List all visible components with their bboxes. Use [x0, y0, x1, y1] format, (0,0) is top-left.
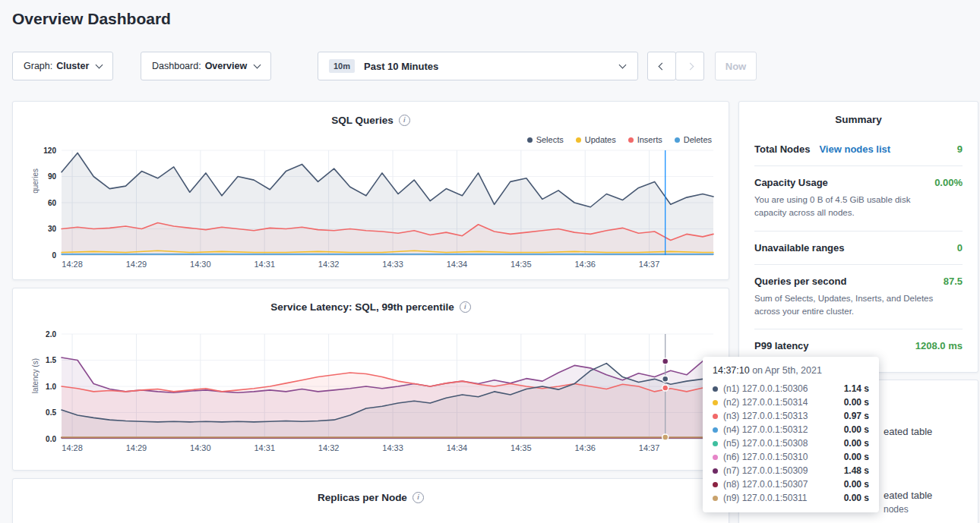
- node-latency-value: 0.00 s: [844, 493, 869, 503]
- legend-item-selects[interactable]: Selects: [527, 135, 564, 144]
- node-address: (n6) 127.0.0.1:50310: [723, 452, 808, 462]
- summary-row-total-nodes: Total Nodes View nodes list 9: [754, 133, 963, 166]
- replicas-panel-title: Replicas per Node i: [13, 479, 729, 503]
- svg-text:14:29: 14:29: [126, 443, 147, 452]
- svg-text:0.5: 0.5: [46, 408, 56, 417]
- sql-queries-panel-title: SQL Queries i: [13, 102, 729, 126]
- node-address: (n2) 127.0.0.1:50314: [723, 397, 808, 408]
- legend-label: Deletes: [684, 135, 712, 144]
- node-latency-value: 0.00 s: [844, 397, 869, 408]
- dashboard-dropdown-value: Overview: [205, 61, 248, 71]
- legend-item-updates[interactable]: Updates: [576, 135, 616, 144]
- p99-latency-label: P99 latency: [754, 340, 809, 351]
- tooltip-timestamp: 14:37:10 on Apr 5th, 2021: [713, 365, 869, 376]
- latency-title-text: Service Latency: SQL, 99th percentile: [270, 301, 454, 313]
- svg-text:14:31: 14:31: [254, 443, 275, 452]
- node-latency-value: 1.14 s: [844, 383, 869, 394]
- qps-label: Queries per second: [754, 276, 846, 287]
- node-latency-value: 0.00 s: [844, 424, 869, 435]
- node-address: (n1) 127.0.0.1:50306: [723, 383, 808, 394]
- svg-text:0.0: 0.0: [46, 435, 56, 443]
- node-color-dot: [713, 427, 718, 433]
- tooltip-node-row: (n6) 127.0.0.1:50310 0.00 s: [713, 450, 869, 464]
- now-button[interactable]: Now: [715, 52, 757, 80]
- node-color-dot: [713, 441, 718, 446]
- dashboard-dropdown[interactable]: Dashboard: Overview: [141, 52, 271, 80]
- tooltip-node-row: (n4) 127.0.0.1:50312 0.00 s: [713, 423, 869, 436]
- event-text-fragment: eated table: [884, 426, 932, 437]
- summary-title: Summary: [754, 114, 963, 125]
- tooltip-node-row: (n5) 127.0.0.1:50308 0.00 s: [713, 436, 869, 450]
- node-address: (n9) 127.0.0.1:50311: [723, 493, 808, 503]
- chevron-down-icon: [254, 61, 261, 68]
- sql-queries-legend: Selects Updates Inserts Deletes: [527, 135, 712, 144]
- svg-text:2.0: 2.0: [46, 330, 56, 339]
- sql-queries-title-text: SQL Queries: [331, 115, 394, 126]
- page-title: Overview Dashboard: [12, 10, 171, 28]
- time-range-selector[interactable]: 10m Past 10 Minutes: [318, 52, 638, 80]
- info-icon[interactable]: i: [413, 492, 424, 503]
- selects-color-dot: [527, 137, 533, 143]
- svg-text:14:35: 14:35: [511, 443, 532, 452]
- graph-dropdown[interactable]: Graph: Cluster: [12, 52, 113, 80]
- svg-text:14:30: 14:30: [190, 443, 211, 452]
- chevron-right-icon: [686, 62, 694, 70]
- svg-text:14:34: 14:34: [447, 443, 468, 452]
- svg-text:30: 30: [48, 225, 57, 233]
- node-color-dot: [713, 386, 718, 392]
- replicas-title-text: Replicas per Node: [318, 492, 407, 503]
- node-latency-value: 1.48 s: [844, 465, 869, 476]
- event-text-fragment: nodes: [884, 504, 909, 515]
- svg-text:14:29: 14:29: [126, 260, 147, 269]
- p99-latency-value: 1208.0 ms: [915, 340, 963, 351]
- time-prev-button[interactable]: [647, 52, 676, 80]
- node-color-dot: [713, 414, 718, 419]
- tooltip-node-row: (n8) 127.0.0.1:50307 0.00 s: [713, 477, 869, 491]
- latency-panel: Service Latency: SQL, 99th percentile i …: [12, 288, 729, 471]
- tooltip-date: on Apr 5th, 2021: [750, 365, 822, 376]
- total-nodes-value: 9: [957, 143, 963, 155]
- summary-row-qps: Queries per second 87.5 Sum of Selects, …: [754, 265, 963, 330]
- tooltip-node-row: (n1) 127.0.0.1:50306 1.14 s: [713, 382, 869, 395]
- node-latency-value: 0.00 s: [844, 479, 869, 490]
- svg-text:14:31: 14:31: [254, 260, 275, 269]
- svg-text:14:28: 14:28: [62, 443, 83, 452]
- latency-chart[interactable]: 0.00.51.01.52.014:2814:2914:3014:3114:32…: [24, 328, 718, 458]
- summary-row-capacity: Capacity Usage 0.00% You are using 0 B o…: [754, 166, 963, 232]
- legend-item-inserts[interactable]: Inserts: [628, 135, 662, 144]
- unavailable-ranges-value: 0: [957, 242, 963, 254]
- node-address: (n5) 127.0.0.1:50308: [723, 438, 808, 449]
- summary-row-unavailable-ranges: Unavailable ranges 0: [754, 232, 963, 265]
- inserts-color-dot: [628, 137, 634, 143]
- unavailable-ranges-label: Unavailable ranges: [754, 242, 845, 254]
- node-latency-value: 0.00 s: [844, 452, 869, 462]
- sql-queries-chart[interactable]: 030609012014:2814:2914:3014:3114:3214:33…: [24, 144, 718, 275]
- qps-value: 87.5: [944, 276, 963, 287]
- updates-color-dot: [576, 137, 581, 143]
- info-icon[interactable]: i: [399, 115, 410, 126]
- svg-text:14:34: 14:34: [447, 260, 468, 269]
- svg-text:14:33: 14:33: [382, 443, 403, 452]
- chevron-down-icon: [96, 61, 103, 68]
- svg-text:14:33: 14:33: [382, 260, 403, 269]
- summary-panel: Summary Total Nodes View nodes list 9 Ca…: [738, 101, 978, 373]
- capacity-usage-value: 0.00%: [934, 177, 963, 188]
- legend-item-deletes[interactable]: Deletes: [675, 135, 712, 144]
- node-color-dot: [713, 400, 718, 405]
- node-address: (n4) 127.0.0.1:50312: [723, 424, 808, 435]
- view-nodes-list-link[interactable]: View nodes list: [819, 143, 890, 155]
- info-icon[interactable]: i: [460, 301, 471, 313]
- dashboard-dropdown-label: Dashboard:: [152, 61, 201, 71]
- graph-dropdown-value: Cluster: [56, 61, 89, 71]
- sql-queries-panel: SQL Queries i Selects Updates Inserts De…: [12, 101, 729, 280]
- svg-text:14:35: 14:35: [511, 260, 532, 269]
- svg-text:1.5: 1.5: [46, 356, 56, 364]
- node-color-dot: [713, 496, 718, 501]
- chevron-down-icon: [619, 61, 627, 68]
- qps-caption: Sum of Selects, Updates, Inserts, and De…: [754, 292, 963, 319]
- svg-text:14:37: 14:37: [639, 260, 660, 269]
- node-address: (n8) 127.0.0.1:50307: [723, 479, 808, 490]
- capacity-usage-caption: You are using 0 B of 4.5 GiB usable disk…: [754, 194, 963, 220]
- latency-panel-title: Service Latency: SQL, 99th percentile i: [13, 288, 729, 313]
- time-next-button[interactable]: [675, 52, 704, 80]
